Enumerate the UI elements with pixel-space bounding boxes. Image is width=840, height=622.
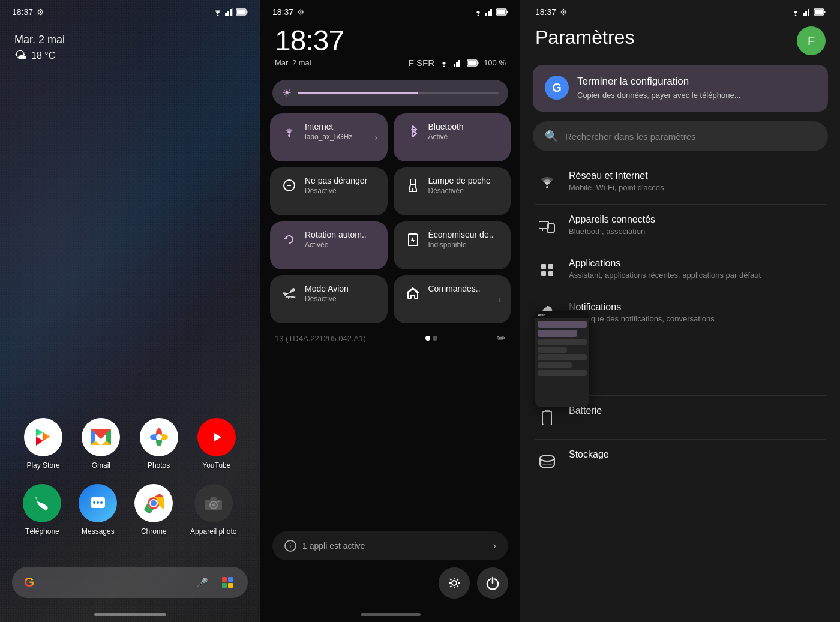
settings-page-title: Paramètres — [535, 26, 634, 49]
active-app-left: i 1 appli est active — [284, 540, 365, 552]
rotation-tile-title: Rotation autom.. — [305, 230, 378, 239]
svg-point-0 — [217, 15, 219, 17]
battery-settings-svg — [542, 410, 552, 425]
svg-rect-40 — [222, 583, 227, 588]
devices-sub: Bluetooth, association — [569, 226, 826, 237]
app-youtube[interactable]: YouTube — [197, 418, 236, 470]
qs-brightness-row[interactable]: ☀ — [260, 73, 520, 113]
svg-rect-83 — [542, 411, 552, 425]
home-time: 18:37 — [12, 7, 33, 17]
app-gmail[interactable]: Gmail — [82, 418, 120, 470]
app-messages[interactable]: Messages — [79, 484, 117, 536]
svg-point-56 — [288, 134, 290, 137]
screenshot-content — [535, 318, 589, 380]
settings-item-devices[interactable]: Appareils connectés Bluetooth, associati… — [523, 205, 838, 248]
settings-item-network[interactable]: Réseau et Internet Mobile, Wi-Fi, point … — [523, 161, 838, 204]
qs-tile-airplane[interactable]: Mode Avion Désactivé — [270, 275, 388, 323]
qs-settings-button[interactable] — [439, 567, 470, 599]
search-placeholder-text: Rechercher dans les paramètres — [565, 131, 696, 142]
flashlight-tile-sub: Désactivée — [428, 187, 502, 195]
qs-power-button[interactable] — [477, 567, 508, 599]
svg-marker-10 — [43, 432, 50, 441]
qs-statusbar: 18:37 ⚙ — [260, 0, 520, 17]
qs-nav-bar — [361, 613, 421, 616]
settings-search-bar[interactable]: 🔍 Rechercher dans les paramètres — [533, 121, 828, 151]
screenshot-row-3 — [538, 339, 587, 345]
internet-tile-icon — [280, 122, 299, 141]
qs-edit-icon[interactable]: ✏ — [497, 332, 506, 345]
setup-content: Terminer la configuration Copier des don… — [577, 76, 740, 101]
app-photos[interactable]: Photos — [140, 418, 178, 470]
app-chrome[interactable]: Chrome — [134, 484, 173, 536]
svg-rect-55 — [468, 61, 476, 65]
app-phone[interactable]: Téléphone — [23, 484, 61, 536]
apps-sub: Assistant, applications récentes, applic… — [569, 270, 826, 281]
qs-active-app-bar[interactable]: i 1 appli est active › — [272, 531, 508, 560]
app-play-store[interactable]: Play Store — [24, 418, 62, 470]
settings-gear-icon — [448, 576, 461, 590]
brightness-control[interactable]: ☀ — [272, 80, 508, 106]
settings-item-storage[interactable]: Stockage — [523, 440, 838, 483]
settings-battery-icon — [814, 8, 826, 16]
home-controls-tile-content: Commandes.. — [428, 284, 493, 295]
messages-label: Messages — [82, 527, 115, 536]
search-lens-button[interactable] — [219, 574, 236, 591]
screenshot-row-7 — [538, 370, 587, 376]
devices-title: Appareils connectés — [569, 214, 826, 225]
svg-rect-7 — [237, 10, 245, 14]
apps-content: Applications Assistant, applications réc… — [569, 258, 826, 281]
settings-gear-status: ⚙ — [560, 7, 568, 17]
home-search-bar[interactable]: G 🎤 — [12, 567, 248, 598]
qs-tile-rotation[interactable]: Rotation autom.. Activée — [270, 221, 388, 269]
qs-tile-home-controls[interactable]: Commandes.. › — [394, 275, 511, 323]
internet-tile-title: Internet — [305, 122, 369, 131]
svg-point-22 — [156, 434, 162, 440]
phone-svg — [32, 494, 52, 513]
qs-tile-dnd[interactable]: Ne pas déranger Désactivé — [270, 167, 388, 215]
airplane-tile-icon — [280, 284, 299, 303]
statusbar-left: 18:37 ⚙ — [12, 7, 44, 17]
svg-point-49 — [443, 65, 445, 67]
play-store-label: Play Store — [26, 461, 59, 470]
camera-label: Appareil photo — [190, 527, 236, 536]
qs-tile-flashlight[interactable]: Lampe de poche Désactivée — [394, 167, 511, 215]
qs-clock: 18:37 — [275, 26, 506, 55]
internet-tile-chevron: › — [375, 133, 378, 142]
carrier-wifi-icon — [439, 59, 449, 67]
qs-tile-internet[interactable]: Internet labo_ax_5GHz › — [270, 113, 388, 161]
storage-content: Stockage — [569, 449, 826, 461]
settings-item-apps[interactable]: Applications Assistant, applications réc… — [523, 248, 838, 292]
chrome-svg — [143, 492, 164, 514]
quick-settings-panel: 18:37 ⚙ 18:37 Mar. 2 mai — [260, 0, 520, 622]
brightness-icon: ☀ — [282, 86, 292, 100]
home-nav-bar — [94, 613, 166, 616]
wifi-tile-svg — [283, 126, 295, 137]
battery-content: Batterie — [569, 405, 826, 417]
settings-user-avatar[interactable]: F — [797, 26, 826, 55]
info-icon: i — [284, 540, 296, 552]
app-camera[interactable]: Appareil photo — [190, 484, 236, 536]
gmail-svg — [91, 429, 111, 445]
settings-time: 18:37 — [535, 7, 556, 17]
youtube-svg — [206, 426, 227, 448]
qs-page-dots — [425, 336, 437, 341]
svg-rect-70 — [808, 9, 809, 16]
brightness-bar[interactable] — [298, 92, 499, 94]
play-store-icon — [24, 418, 62, 456]
qs-wifi-icon — [473, 8, 483, 16]
settings-item-notifications[interactable]: Notifications Historique des notificatio… — [523, 292, 838, 335]
settings-setup-card[interactable]: G Terminer la configuration Copier des d… — [533, 65, 828, 112]
svg-point-74 — [546, 186, 548, 188]
power-icon — [486, 576, 499, 590]
network-svg — [540, 176, 554, 188]
search-mic-button[interactable]: 🎤 — [194, 574, 211, 591]
internet-tile-content: Internet labo_ax_5GHz — [305, 122, 369, 141]
signal-icon — [225, 8, 233, 16]
battery-saver-tile-content: Économiseur de.. Indisponible — [428, 230, 502, 249]
qs-tile-bluetooth[interactable]: Bluetooth Activé — [394, 113, 511, 161]
qs-tile-battery-saver[interactable]: Économiseur de.. Indisponible — [394, 221, 511, 269]
bluetooth-svg — [408, 125, 418, 138]
svg-rect-50 — [454, 64, 455, 67]
chrome-label: Chrome — [141, 527, 167, 536]
bluetooth-tile-title: Bluetooth — [428, 122, 502, 131]
